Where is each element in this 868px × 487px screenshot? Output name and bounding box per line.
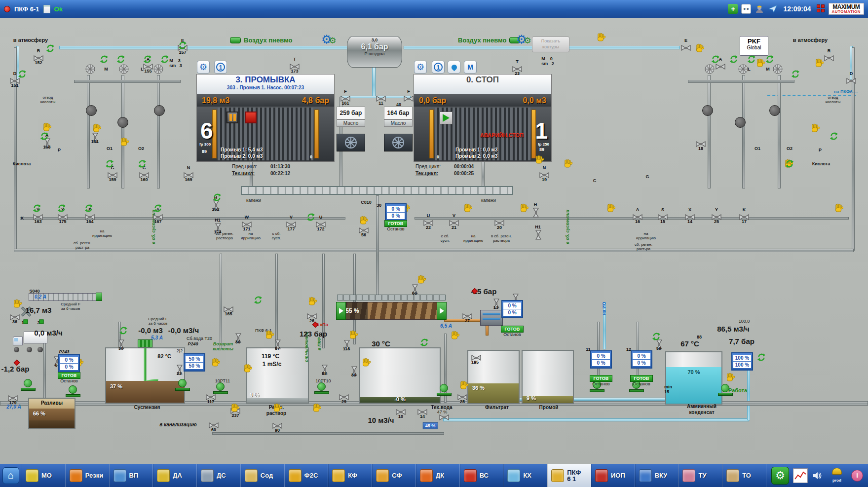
taskbar-item-Сод[interactable]: Сод — [241, 464, 285, 487]
manual-hand-icon[interactable] — [211, 358, 220, 370]
taskbar-item-Резки[interactable]: Резки — [66, 464, 110, 487]
manual-hand-icon[interactable] — [756, 58, 765, 70]
valve-19[interactable]: 19N — [539, 171, 549, 177]
manual-hand-icon[interactable] — [362, 358, 371, 370]
valve-x[interactable] — [439, 413, 449, 419]
manual-hand-icon[interactable] — [463, 203, 472, 215]
valve-86[interactable]: 86 — [233, 334, 243, 339]
taskbar-item-СФ[interactable]: СФ — [372, 464, 416, 487]
valve-D[interactable]: D — [846, 77, 856, 83]
taskbar-item-ТО[interactable]: ТО — [722, 464, 766, 487]
info-button[interactable]: i — [851, 470, 863, 482]
manual-hand-icon[interactable] — [606, 203, 615, 215]
valve-152[interactable]: 152R — [34, 54, 43, 60]
valve-17[interactable]: 17K — [739, 213, 749, 219]
manual-hand-icon[interactable] — [359, 216, 368, 227]
prod-user-button[interactable]: prod — [827, 468, 847, 484]
valve-H1[interactable]: H1 — [533, 230, 543, 236]
pump-icon[interactable] — [213, 382, 228, 394]
gear-icon[interactable]: ⚙ — [414, 61, 427, 74]
valve-18[interactable]: 18 — [696, 140, 706, 146]
valve-169[interactable]: 169N — [184, 171, 193, 177]
taskbar-item-ВКУ[interactable]: ВКУ — [635, 464, 679, 487]
valve-10[interactable]: 10 — [396, 408, 406, 414]
taskbar-item-ТУ[interactable]: ТУ — [679, 464, 722, 487]
valve-95[interactable]: 95 — [471, 354, 481, 360]
start-button-taskbar[interactable]: ⌂ — [0, 464, 22, 487]
manual-hand-icon[interactable] — [811, 123, 820, 135]
gears-icon[interactable]: ⚙⚙ — [321, 34, 337, 45]
valve-22[interactable]: 22U — [423, 219, 433, 225]
manual-hand-icon[interactable] — [273, 403, 282, 415]
pump-icon[interactable] — [21, 379, 36, 391]
worker-icon[interactable] — [755, 4, 764, 14]
valve-160[interactable]: 160C — [139, 171, 149, 177]
manual-hand-icon[interactable] — [120, 137, 129, 149]
chat-icon[interactable]: ●● — [741, 4, 751, 14]
valve-12[interactable]: 12 — [510, 294, 520, 300]
taskbar-item-ИОП[interactable]: ИОП — [591, 464, 635, 487]
manual-hand-icon[interactable] — [312, 403, 321, 415]
pump-icon[interactable] — [437, 384, 452, 396]
valve-15[interactable]: 15S — [658, 213, 668, 219]
manual-hand-icon[interactable] — [726, 373, 735, 384]
pump-icon[interactable] — [314, 382, 329, 394]
manual-hand-icon[interactable] — [834, 203, 843, 215]
valve-23[interactable]: 23 — [174, 365, 184, 371]
valve-29[interactable]: 29 — [339, 393, 349, 399]
taskbar-item-ВС[interactable]: ВС — [460, 464, 504, 487]
valve-30[interactable]: 30 — [116, 340, 126, 346]
valve-21[interactable]: 21V — [449, 219, 459, 225]
valve-R[interactable]: R — [824, 54, 834, 60]
manual-hand-icon[interactable] — [520, 203, 528, 215]
valve-165[interactable]: 165 — [224, 305, 233, 311]
valve-20[interactable]: 20 — [494, 219, 504, 225]
valve-90[interactable]: 90 — [272, 422, 282, 428]
taskbar-item-КФ[interactable]: КФ — [328, 464, 372, 487]
valve-179[interactable]: 179 — [8, 394, 18, 400]
settings-gear-button[interactable]: ⚙ — [771, 467, 789, 485]
valve-F[interactable]: F — [404, 95, 414, 101]
manual-hand-icon[interactable] — [695, 43, 704, 55]
taskbar-item-ВП[interactable]: ВП — [110, 464, 153, 487]
send-icon[interactable] — [768, 4, 778, 14]
manual-hand-icon[interactable] — [265, 330, 274, 342]
pump-icon[interactable] — [66, 385, 80, 397]
valve-174[interactable]: 174H1 — [213, 224, 223, 229]
manual-hand-icon[interactable] — [92, 123, 101, 135]
valve-28[interactable]: 28 — [457, 393, 467, 399]
valve-14[interactable]: 14 — [417, 408, 427, 414]
valve-161[interactable]: 161F — [340, 95, 350, 101]
taskbar-item-Ф2С[interactable]: Ф2С — [285, 464, 329, 487]
valve-26[interactable]: 26 — [307, 312, 317, 318]
sound-icon[interactable] — [812, 468, 823, 483]
valve-E[interactable]: E — [681, 44, 691, 50]
valve-36[interactable]: 36 — [10, 313, 20, 319]
valve-H[interactable]: H — [530, 208, 540, 214]
pump-icon[interactable] — [718, 384, 733, 396]
valve-88[interactable]: 88 — [319, 365, 329, 371]
record-icon[interactable] — [4, 6, 10, 12]
taskbar-item-ДА[interactable]: ДА — [153, 464, 197, 487]
manual-hand-icon[interactable] — [308, 297, 317, 308]
valve-89[interactable]: 89 — [349, 367, 359, 373]
manual-hand-icon[interactable] — [243, 364, 252, 375]
valve-159[interactable]: 159G — [108, 171, 117, 177]
taskbar-item-МО[interactable]: МО — [22, 464, 66, 487]
pump-icon[interactable] — [175, 379, 190, 391]
add-window-icon[interactable]: + — [728, 4, 738, 14]
manual-hand-icon[interactable] — [451, 331, 459, 342]
document-icon[interactable] — [43, 5, 50, 13]
valve-171[interactable]: 171W — [242, 221, 252, 226]
valve-11[interactable]: 11 — [376, 95, 386, 101]
taskbar-item-ПКФ-6-1[interactable]: ПКФ 6 1 — [547, 464, 591, 487]
taskbar-item-КХ[interactable]: КХ — [503, 464, 547, 487]
mode-one-icon[interactable]: 1 — [432, 61, 445, 74]
mode-one-icon[interactable]: 1 — [214, 61, 227, 74]
manual-hand-icon[interactable] — [230, 403, 239, 415]
grid-icon[interactable] — [817, 4, 825, 13]
manual-hand-icon[interactable] — [349, 330, 358, 342]
valve-60[interactable]: 60 — [209, 421, 219, 427]
valve-13[interactable]: 13 — [491, 299, 501, 305]
valve-172[interactable]: 172U — [316, 221, 326, 226]
